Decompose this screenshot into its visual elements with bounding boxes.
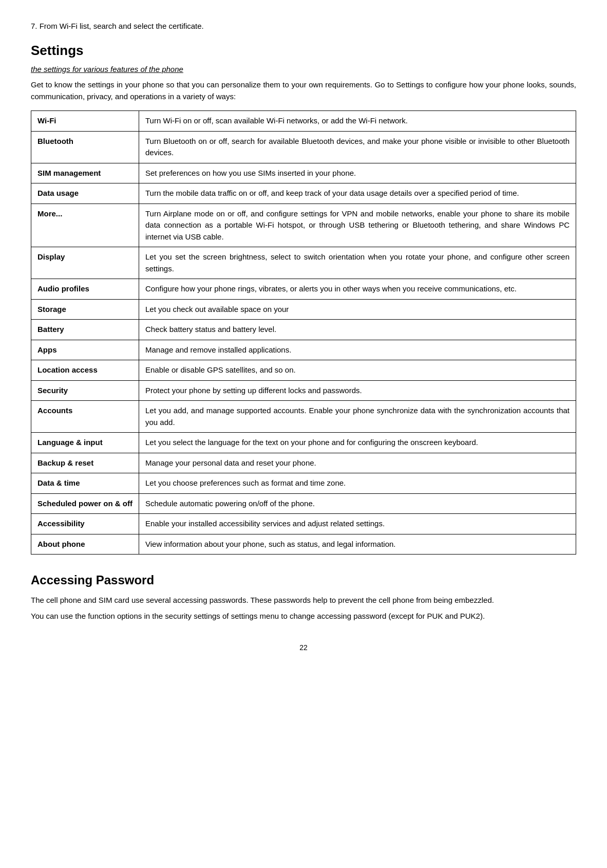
setting-label: SIM management [31,163,139,183]
table-row: BatteryCheck battery status and battery … [31,320,576,340]
setting-description: Enable or disable GPS satellites, and so… [139,360,576,381]
setting-description: Turn Wi-Fi on or off, scan available Wi-… [139,111,576,132]
setting-label: Apps [31,340,139,360]
setting-description: Manage your personal data and reset your… [139,453,576,473]
setting-label: Wi-Fi [31,111,139,132]
settings-subtitle: the settings for various features of the… [31,64,576,76]
table-row: Location accessEnable or disable GPS sat… [31,360,576,381]
setting-label: More... [31,204,139,247]
table-row: Audio profilesConfigure how your phone r… [31,279,576,300]
table-row: Wi-FiTurn Wi-Fi on or off, scan availabl… [31,111,576,132]
setting-description: Let you choose preferences such as forma… [139,473,576,494]
setting-label: Display [31,247,139,279]
settings-title: Settings [31,41,576,61]
setting-description: Let you add, and manage supported accoun… [139,401,576,433]
accessing-password-title: Accessing Password [31,571,576,589]
table-row: AccountsLet you add, and manage supporte… [31,401,576,433]
page-number: 22 [31,642,576,653]
accessing-para2: You can use the function options in the … [31,611,576,622]
setting-label: Accounts [31,401,139,433]
setting-label: Location access [31,360,139,381]
setting-description: Configure how your phone rings, vibrates… [139,279,576,300]
setting-description: Set preferences on how you use SIMs inse… [139,163,576,183]
table-row: Data & timeLet you choose preferences su… [31,473,576,494]
setting-description: Turn Bluetooth on or off, search for ava… [139,131,576,163]
setting-label: Data usage [31,183,139,204]
table-row: More...Turn Airplane mode on or off, and… [31,204,576,247]
setting-description: Protect your phone by setting up differe… [139,380,576,401]
setting-description: Turn Airplane mode on or off, and config… [139,204,576,247]
setting-description: Let you check out available space on you… [139,299,576,320]
setting-label: Backup & reset [31,453,139,473]
accessing-para1: The cell phone and SIM card use several … [31,595,576,606]
table-row: Backup & resetManage your personal data … [31,453,576,473]
setting-label: Data & time [31,473,139,494]
table-row: BluetoothTurn Bluetooth on or off, searc… [31,131,576,163]
setting-label: Bluetooth [31,131,139,163]
setting-label: Storage [31,299,139,320]
table-row: Language & inputLet you select the langu… [31,433,576,453]
setting-description: Manage and remove installed applications… [139,340,576,360]
table-row: AccessibilityEnable your installed acces… [31,514,576,534]
table-row: AppsManage and remove installed applicat… [31,340,576,360]
step7-text: 7. From Wi-Fi list, search and select th… [31,21,576,32]
setting-description: Let you select the language for the text… [139,433,576,453]
table-row: SIM managementSet preferences on how you… [31,163,576,183]
setting-description: Enable your installed accessibility serv… [139,514,576,534]
table-row: Data usageTurn the mobile data traffic o… [31,183,576,204]
table-row: StorageLet you check out available space… [31,299,576,320]
setting-label: Scheduled power on & off [31,493,139,514]
setting-label: Accessibility [31,514,139,534]
setting-description: Let you set the screen brightness, selec… [139,247,576,279]
setting-description: View information about your phone, such … [139,534,576,555]
setting-description: Check battery status and battery level. [139,320,576,340]
settings-table: Wi-FiTurn Wi-Fi on or off, scan availabl… [31,110,576,555]
setting-label: About phone [31,534,139,555]
setting-description: Schedule automatic powering on/off of th… [139,493,576,514]
table-row: About phoneView information about your p… [31,534,576,555]
setting-label: Battery [31,320,139,340]
setting-description: Turn the mobile data traffic on or off, … [139,183,576,204]
table-row: SecurityProtect your phone by setting up… [31,380,576,401]
settings-description: Get to know the settings in your phone s… [31,79,576,102]
setting-label: Audio profiles [31,279,139,300]
table-row: Scheduled power on & offSchedule automat… [31,493,576,514]
table-row: DisplayLet you set the screen brightness… [31,247,576,279]
setting-label: Security [31,380,139,401]
setting-label: Language & input [31,433,139,453]
